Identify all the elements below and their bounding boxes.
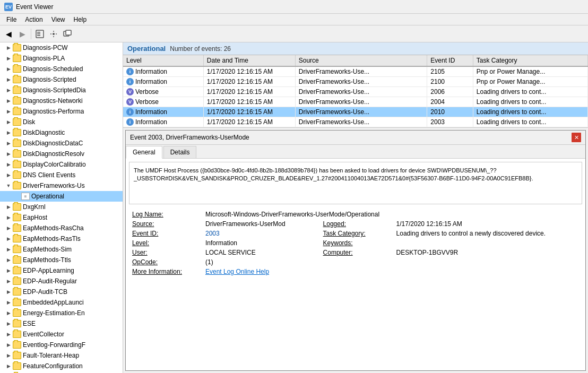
col-level[interactable]: Level [123, 55, 203, 66]
svg-rect-1 [37, 32, 40, 33]
tree-arrow-icon: ▶ [4, 266, 13, 275]
cell-source: DriverFrameworks-Use... [295, 66, 427, 77]
sidebar-item-diagnosis-scripted[interactable]: ▶Diagnosis-Scripted [0, 74, 123, 85]
sidebar-item-label: Diagnosis-Scripted [23, 76, 76, 83]
sidebar-item-diskdiagnosticresolv[interactable]: ▶DiskDiagnosticResolv [0, 149, 123, 159]
level-value: Information [205, 239, 319, 247]
tree-arrow-icon: ▶ [4, 213, 13, 222]
folder-icon [13, 341, 21, 349]
table-row[interactable]: iInformation1/17/2020 12:16:15 AMDriverF… [123, 107, 588, 117]
events-table-header: Level Date and Time Source Event ID Task… [123, 55, 588, 66]
sidebar-item-diagnosis-pla[interactable]: ▶Diagnosis-PLA [0, 53, 123, 64]
sidebar-item-embeddedapplaunci[interactable]: ▶EmbeddedAppLaunci [0, 297, 123, 308]
events-table-scroll[interactable]: Level Date and Time Source Event ID Task… [123, 55, 588, 127]
keywords-value [396, 239, 579, 247]
sidebar-item-featureconfiguration[interactable]: ▶FeatureConfiguration [0, 361, 123, 371]
sidebar-item-eventcollector[interactable]: ▶EventCollector [0, 329, 123, 340]
sidebar-item-eapmethods-rastls[interactable]: ▶EapMethods-RasTls [0, 233, 123, 244]
sidebar-item-eapmethods-ttls[interactable]: ▶EapMethods-Ttls [0, 255, 123, 265]
sidebar-item-label: EDP-Audit-Regular [23, 277, 77, 285]
forward-button[interactable]: ▶ [16, 28, 29, 40]
cell-level: iInformation [123, 66, 203, 77]
tree-arrow-icon: ▶ [4, 118, 13, 126]
tree-arrow-icon: ▶ [4, 351, 13, 360]
sidebar-item-diagnostics-networki[interactable]: ▶Diagnostics-Networki [0, 96, 123, 106]
sidebar-item-energy-estimation-en[interactable]: ▶Energy-Estimation-En [0, 308, 123, 318]
tree-arrow-icon: ▼ [4, 181, 13, 190]
sidebar-item-label: Diagnosis-PCW [23, 44, 68, 51]
sidebar-item-driverframeworks-us[interactable]: ▼DriverFrameworks-Us [0, 180, 123, 191]
sidebar-item-diagnosis-pcw[interactable]: ▶Diagnosis-PCW [0, 42, 123, 53]
properties-button[interactable] [47, 28, 60, 40]
menu-help[interactable]: Help [70, 15, 91, 24]
sidebar-item-edp-audit-tcb[interactable]: ▶EDP-Audit-TCB [0, 287, 123, 297]
folder-icon [13, 246, 21, 253]
folder-icon [13, 299, 21, 306]
svg-rect-6 [66, 30, 71, 35]
tree-arrow-icon: ▶ [4, 330, 13, 339]
sidebar-item-label: EmbeddedAppLaunci [23, 299, 84, 306]
sidebar-item-label: Operational [31, 193, 64, 200]
sidebar-item-eventlog-forwardingl[interactable]: ▶Eventlog-ForwardingF [0, 340, 123, 350]
tree-arrow-icon: ▶ [4, 75, 13, 84]
folder-icon [13, 140, 21, 147]
tab-details[interactable]: Details [163, 146, 197, 158]
sidebar-item-edp-audit-regular[interactable]: ▶EDP-Audit-Regular [0, 276, 123, 287]
cell-level: iInformation [123, 117, 203, 127]
sidebar-item-label: Fault-Tolerant-Heap [23, 352, 79, 359]
menu-view[interactable]: View [47, 15, 70, 24]
col-eventid[interactable]: Event ID [427, 55, 473, 66]
show-scope-button[interactable] [33, 28, 46, 40]
folder-icon [13, 150, 21, 158]
user-value: LOCAL SERVICE [205, 249, 319, 256]
table-row[interactable]: iInformation1/17/2020 12:16:15 AMDriverF… [123, 77, 588, 87]
verbose-icon: V [126, 98, 134, 106]
col-datetime[interactable]: Date and Time [203, 55, 295, 66]
folder-icon [13, 203, 21, 211]
moreinfo-link[interactable]: Event Log Online Help [205, 268, 579, 275]
sidebar-item-label: DNS Client Events [23, 171, 75, 179]
events-panel: Operational Number of events: 26 Level D… [123, 42, 588, 128]
sidebar-item-diagnosis-scheduled[interactable]: ▶Diagnosis-Scheduled [0, 64, 123, 74]
log-name-label: Log Name: [132, 211, 201, 218]
tree-arrow-icon: ▶ [4, 107, 13, 116]
close-detail-button[interactable]: ✕ [572, 133, 581, 142]
sidebar-item-disk[interactable]: ▶Disk [0, 117, 123, 127]
table-row[interactable]: VVerbose1/17/2020 12:16:15 AMDriverFrame… [123, 87, 588, 97]
menu-file[interactable]: File [2, 15, 21, 24]
sidebar-item-diskdiagnosticdatac[interactable]: ▶DiskDiagnosticDataC [0, 138, 123, 149]
sidebar-item-label: DiskDiagnosticResolv [23, 150, 84, 158]
level-text: Verbose [135, 88, 159, 96]
table-row[interactable]: VVerbose1/17/2020 12:16:15 AMDriverFrame… [123, 97, 588, 107]
sidebar-item-eapmethods-rascha[interactable]: ▶EapMethods-RasCha [0, 223, 123, 233]
svg-point-4 [53, 33, 55, 35]
sidebar-item-diagnosis-scripteddia[interactable]: ▶Diagnosis-ScriptedDia [0, 85, 123, 96]
cell-datetime: 1/17/2020 12:16:15 AM [203, 77, 295, 87]
sidebar-item-edp-applearning[interactable]: ▶EDP-AppLearning [0, 265, 123, 276]
sidebar-item-label: Diagnostics-Networki [23, 97, 83, 105]
menu-action[interactable]: Action [21, 15, 47, 24]
sidebar-item-dxgkrnl[interactable]: ▶DxgKrnl [0, 202, 123, 212]
new-window-button[interactable] [61, 28, 74, 40]
tab-general[interactable]: General [126, 146, 162, 159]
sidebar-item-eapmethods-sim[interactable]: ▶EapMethods-Sim [0, 244, 123, 255]
table-row[interactable]: iInformation1/17/2020 12:16:15 AMDriverF… [123, 66, 588, 77]
tree-arrow-icon: ▶ [4, 44, 13, 52]
col-source[interactable]: Source [295, 55, 427, 66]
table-row[interactable]: iInformation1/17/2020 12:16:15 AMDriverF… [123, 117, 588, 127]
info-icon: i [126, 118, 134, 126]
sidebar-item-displaycolorcalibratio[interactable]: ▶DisplayColorCalibratio [0, 159, 123, 170]
sidebar-item-diagnostics-performa[interactable]: ▶Diagnostics-Performa [0, 106, 123, 117]
sidebar-item-dns-client-events[interactable]: ▶DNS Client Events [0, 170, 123, 180]
sidebar-item-ese[interactable]: ▶ESE [0, 318, 123, 329]
cell-taskcategory: Loading drivers to cont... [473, 87, 587, 97]
cell-eventid: 2010 [427, 107, 473, 117]
back-button[interactable]: ◀ [2, 28, 15, 40]
taskcategory-value: Loading drivers to control a newly disco… [396, 230, 579, 237]
sidebar-item-eaphost[interactable]: ▶EapHost [0, 212, 123, 223]
sidebar-item-diskdiagnostic[interactable]: ▶DiskDiagnostic [0, 127, 123, 138]
sidebar-item-fault-tolerant-heap[interactable]: ▶Fault-Tolerant-Heap [0, 350, 123, 361]
col-taskcategory[interactable]: Task Category [473, 55, 587, 66]
svg-rect-3 [37, 35, 40, 36]
sidebar-item-operational[interactable]: ≡Operational [0, 191, 123, 202]
